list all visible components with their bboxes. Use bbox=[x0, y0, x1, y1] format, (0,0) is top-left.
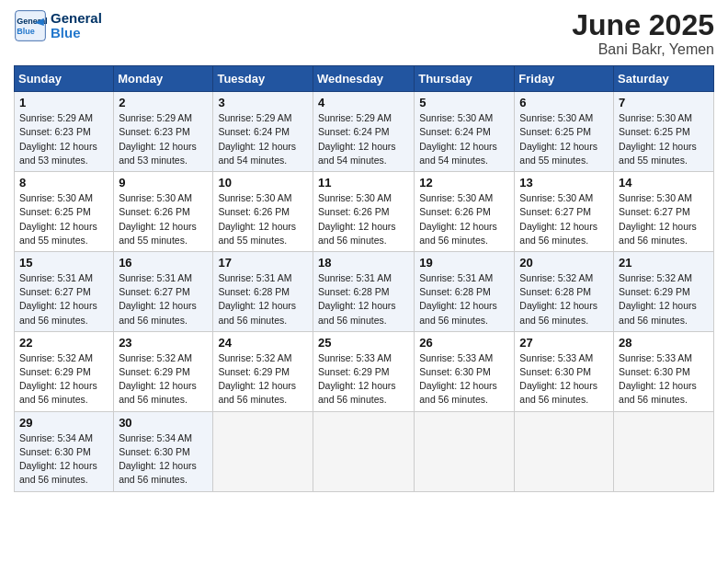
day-info: Sunrise: 5:30 AMSunset: 6:25 PMDaylight:… bbox=[19, 191, 108, 247]
day-number: 23 bbox=[119, 336, 208, 350]
day-number: 20 bbox=[519, 256, 609, 270]
calendar-cell: 15Sunrise: 5:31 AMSunset: 6:27 PMDayligh… bbox=[15, 251, 114, 331]
day-info: Sunrise: 5:29 AMSunset: 6:23 PMDaylight:… bbox=[19, 111, 108, 167]
day-info: Sunrise: 5:30 AMSunset: 6:25 PMDaylight:… bbox=[619, 111, 709, 167]
calendar-table: SundayMondayTuesdayWednesdayThursdayFrid… bbox=[14, 65, 714, 491]
day-number: 14 bbox=[619, 176, 709, 190]
weekday-monday: Monday bbox=[114, 66, 213, 92]
calendar-cell: 24Sunrise: 5:32 AMSunset: 6:29 PMDayligh… bbox=[213, 331, 313, 411]
logo: General Blue General Blue bbox=[14, 9, 102, 42]
day-number: 19 bbox=[419, 256, 509, 270]
day-info: Sunrise: 5:29 AMSunset: 6:24 PMDaylight:… bbox=[218, 111, 308, 167]
day-info: Sunrise: 5:33 AMSunset: 6:30 PMDaylight:… bbox=[619, 351, 709, 408]
day-info: Sunrise: 5:30 AMSunset: 6:24 PMDaylight:… bbox=[419, 111, 509, 167]
calendar-cell: 1Sunrise: 5:29 AMSunset: 6:23 PMDaylight… bbox=[15, 92, 114, 172]
calendar-cell: 16Sunrise: 5:31 AMSunset: 6:27 PMDayligh… bbox=[114, 251, 213, 331]
day-info: Sunrise: 5:29 AMSunset: 6:23 PMDaylight:… bbox=[119, 111, 208, 167]
page: General Blue General Blue June 2025 Bani… bbox=[0, 0, 728, 563]
day-info: Sunrise: 5:31 AMSunset: 6:27 PMDaylight:… bbox=[119, 271, 208, 327]
day-info: Sunrise: 5:32 AMSunset: 6:29 PMDaylight:… bbox=[19, 351, 108, 408]
day-number: 28 bbox=[619, 336, 709, 350]
calendar-cell: 26Sunrise: 5:33 AMSunset: 6:30 PMDayligh… bbox=[415, 331, 515, 411]
weekday-header-row: SundayMondayTuesdayWednesdayThursdayFrid… bbox=[15, 66, 714, 92]
weekday-saturday: Saturday bbox=[614, 66, 714, 92]
day-info: Sunrise: 5:31 AMSunset: 6:28 PMDaylight:… bbox=[318, 271, 409, 327]
day-number: 1 bbox=[19, 96, 108, 109]
day-info: Sunrise: 5:33 AMSunset: 6:30 PMDaylight:… bbox=[419, 351, 509, 408]
day-number: 5 bbox=[419, 96, 509, 109]
day-info: Sunrise: 5:30 AMSunset: 6:26 PMDaylight:… bbox=[218, 191, 308, 247]
calendar-cell: 4Sunrise: 5:29 AMSunset: 6:24 PMDaylight… bbox=[313, 92, 414, 172]
day-number: 25 bbox=[318, 336, 409, 350]
logo-blue: Blue bbox=[51, 26, 102, 41]
calendar-cell: 8Sunrise: 5:30 AMSunset: 6:25 PMDaylight… bbox=[15, 172, 114, 252]
day-info: Sunrise: 5:30 AMSunset: 6:26 PMDaylight:… bbox=[119, 191, 208, 247]
calendar-cell bbox=[515, 411, 614, 491]
day-info: Sunrise: 5:32 AMSunset: 6:29 PMDaylight:… bbox=[119, 351, 208, 408]
day-number: 21 bbox=[619, 256, 709, 270]
calendar-cell: 11Sunrise: 5:30 AMSunset: 6:26 PMDayligh… bbox=[313, 172, 414, 252]
day-info: Sunrise: 5:29 AMSunset: 6:24 PMDaylight:… bbox=[318, 111, 409, 167]
calendar-cell: 27Sunrise: 5:33 AMSunset: 6:30 PMDayligh… bbox=[515, 331, 614, 411]
calendar-subtitle: Bani Bakr, Yemen bbox=[572, 41, 714, 58]
day-info: Sunrise: 5:32 AMSunset: 6:28 PMDaylight:… bbox=[519, 271, 609, 327]
day-number: 17 bbox=[218, 256, 308, 270]
day-number: 4 bbox=[318, 96, 409, 109]
day-number: 16 bbox=[119, 256, 208, 270]
day-info: Sunrise: 5:34 AMSunset: 6:30 PMDaylight:… bbox=[119, 431, 208, 488]
calendar-cell: 13Sunrise: 5:30 AMSunset: 6:27 PMDayligh… bbox=[515, 172, 614, 252]
calendar-cell bbox=[415, 411, 515, 491]
svg-text:Blue: Blue bbox=[17, 27, 35, 36]
calendar-cell: 25Sunrise: 5:33 AMSunset: 6:29 PMDayligh… bbox=[313, 331, 414, 411]
calendar-cell: 21Sunrise: 5:32 AMSunset: 6:29 PMDayligh… bbox=[614, 251, 714, 331]
weekday-tuesday: Tuesday bbox=[213, 66, 313, 92]
day-info: Sunrise: 5:30 AMSunset: 6:27 PMDaylight:… bbox=[519, 191, 609, 247]
logo-general: General bbox=[51, 11, 102, 27]
day-number: 26 bbox=[419, 336, 509, 350]
day-info: Sunrise: 5:33 AMSunset: 6:29 PMDaylight:… bbox=[318, 351, 409, 408]
day-number: 7 bbox=[619, 96, 709, 109]
calendar-cell: 6Sunrise: 5:30 AMSunset: 6:25 PMDaylight… bbox=[515, 92, 614, 172]
day-info: Sunrise: 5:30 AMSunset: 6:26 PMDaylight:… bbox=[318, 191, 409, 247]
day-info: Sunrise: 5:30 AMSunset: 6:26 PMDaylight:… bbox=[419, 191, 509, 247]
calendar-cell: 28Sunrise: 5:33 AMSunset: 6:30 PMDayligh… bbox=[614, 331, 714, 411]
weekday-wednesday: Wednesday bbox=[313, 66, 414, 92]
day-info: Sunrise: 5:34 AMSunset: 6:30 PMDaylight:… bbox=[19, 431, 108, 488]
day-info: Sunrise: 5:31 AMSunset: 6:28 PMDaylight:… bbox=[419, 271, 509, 327]
calendar-cell: 23Sunrise: 5:32 AMSunset: 6:29 PMDayligh… bbox=[114, 331, 213, 411]
day-number: 12 bbox=[419, 176, 509, 190]
weekday-thursday: Thursday bbox=[415, 66, 515, 92]
weekday-friday: Friday bbox=[515, 66, 614, 92]
day-info: Sunrise: 5:31 AMSunset: 6:28 PMDaylight:… bbox=[218, 271, 308, 327]
day-number: 6 bbox=[519, 96, 609, 109]
calendar-cell: 3Sunrise: 5:29 AMSunset: 6:24 PMDaylight… bbox=[213, 92, 313, 172]
calendar-cell: 18Sunrise: 5:31 AMSunset: 6:28 PMDayligh… bbox=[313, 251, 414, 331]
calendar-cell: 30Sunrise: 5:34 AMSunset: 6:30 PMDayligh… bbox=[114, 411, 213, 491]
calendar-title: June 2025 bbox=[572, 9, 714, 41]
day-number: 10 bbox=[218, 176, 308, 190]
calendar-cell: 7Sunrise: 5:30 AMSunset: 6:25 PMDaylight… bbox=[614, 92, 714, 172]
calendar-cell: 17Sunrise: 5:31 AMSunset: 6:28 PMDayligh… bbox=[213, 251, 313, 331]
day-number: 29 bbox=[19, 416, 108, 430]
calendar-cell bbox=[213, 411, 313, 491]
day-number: 24 bbox=[218, 336, 308, 350]
day-number: 9 bbox=[119, 176, 208, 190]
day-number: 27 bbox=[519, 336, 609, 350]
day-number: 8 bbox=[19, 176, 108, 190]
calendar-cell: 2Sunrise: 5:29 AMSunset: 6:23 PMDaylight… bbox=[114, 92, 213, 172]
header: General Blue General Blue June 2025 Bani… bbox=[14, 9, 714, 58]
day-info: Sunrise: 5:32 AMSunset: 6:29 PMDaylight:… bbox=[619, 271, 709, 327]
day-number: 13 bbox=[519, 176, 609, 190]
day-number: 15 bbox=[19, 256, 108, 270]
calendar-cell: 5Sunrise: 5:30 AMSunset: 6:24 PMDaylight… bbox=[415, 92, 515, 172]
calendar-cell: 22Sunrise: 5:32 AMSunset: 6:29 PMDayligh… bbox=[15, 331, 114, 411]
calendar-cell: 9Sunrise: 5:30 AMSunset: 6:26 PMDaylight… bbox=[114, 172, 213, 252]
day-info: Sunrise: 5:30 AMSunset: 6:25 PMDaylight:… bbox=[519, 111, 609, 167]
day-number: 11 bbox=[318, 176, 409, 190]
day-info: Sunrise: 5:31 AMSunset: 6:27 PMDaylight:… bbox=[19, 271, 108, 327]
logo-icon: General Blue bbox=[14, 9, 47, 42]
calendar-cell: 29Sunrise: 5:34 AMSunset: 6:30 PMDayligh… bbox=[15, 411, 114, 491]
day-info: Sunrise: 5:32 AMSunset: 6:29 PMDaylight:… bbox=[218, 351, 308, 408]
day-number: 30 bbox=[119, 416, 208, 430]
day-info: Sunrise: 5:33 AMSunset: 6:30 PMDaylight:… bbox=[519, 351, 609, 408]
